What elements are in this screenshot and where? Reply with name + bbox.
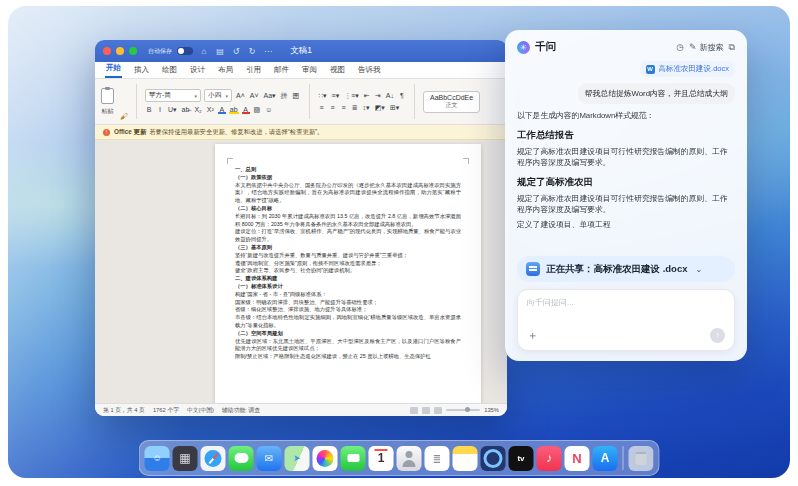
视图[interactable]: 视图 [329,63,346,78]
shrink-font-button[interactable]: A˅ [249,91,260,100]
notes-icon[interactable] [453,446,478,471]
justify-button[interactable]: ≣ [351,103,359,112]
print-layout-view-icon[interactable] [410,407,418,414]
sort-button[interactable]: A↓ [385,91,395,100]
history-icon[interactable]: ◷ [676,42,684,52]
facetime-icon[interactable] [341,446,366,471]
font-size-select[interactable]: 小四▾ [204,89,232,102]
document-line: 限制/禁止区域：严格限制生态退化区域建设，禁止在 25 度以上坡耕地、生态保护红 [235,353,461,361]
document-line: （三）基本原则 [235,244,461,252]
布局[interactable]: 布局 [217,63,234,78]
redo-icon[interactable]: ↻ [246,47,258,56]
subscript-button[interactable]: X₂ [193,105,202,114]
web-layout-view-icon[interactable] [422,407,430,414]
font-color-button[interactable]: A [242,105,250,114]
document-line: 二、建设体系构建 [235,275,461,283]
zoom-slider[interactable] [446,409,480,411]
superscript-button[interactable]: X² [206,105,215,114]
decrease-indent-button[interactable]: ⇤ [363,91,371,100]
邮件[interactable]: 邮件 [273,63,290,78]
char-shading-button[interactable]: ▨ [253,105,262,114]
bold-button[interactable]: B [145,105,153,114]
crop-mark [227,158,233,164]
messages-icon[interactable] [229,446,254,471]
underline-button[interactable]: U▾ [167,105,178,114]
font-name-select[interactable]: 苹方-简▾ [145,89,201,102]
enclose-characters-button[interactable]: 囲 [292,91,301,100]
status-item[interactable]: 1762 个字 [153,406,179,415]
document-canvas[interactable]: 一、总则（一）政策依据本文档依据中共中央办公厅、国务院办公厅印发的《逐步把永久基… [95,140,507,403]
chat-input-placeholder[interactable]: 向千问提问... [527,297,725,308]
close-window-button[interactable] [103,47,111,55]
save-icon[interactable]: ▤ [214,47,226,56]
paste-icon[interactable] [101,88,114,104]
highlight-color-button[interactable]: ab [229,105,239,114]
strikethrough-button[interactable]: ab̶ [181,105,191,114]
finder-icon[interactable]: ☺ [145,446,170,471]
设计[interactable]: 设计 [189,63,206,78]
开始[interactable]: 开始 [105,61,122,78]
maps-icon[interactable]: ➤ [285,446,310,471]
music-icon[interactable]: ♪ [537,446,562,471]
attach-button[interactable]: ＋ [527,328,538,343]
borders-button[interactable]: ⊞▾ [389,103,400,112]
photo-booth-icon[interactable] [481,446,506,471]
increase-indent-button[interactable]: ⇥ [374,91,382,100]
document-page[interactable]: 一、总则（一）政策依据本文档依据中共中央办公厅、国务院办公厅印发的《逐步把永久基… [215,144,481,403]
format-painter-icon[interactable]: 🖌 [120,112,128,121]
minimize-window-button[interactable] [116,47,124,55]
phonetic-guide-button[interactable]: 拼 [280,91,289,100]
align-right-button[interactable]: ≡ [340,103,348,112]
status-item[interactable]: 中文(中国) [187,406,214,415]
word-titlebar[interactable]: 自动保存 ⌂▤↺↻⋯ 文稿1 [95,40,507,62]
more-icon[interactable]: ⋯ [262,47,274,56]
line-spacing-button[interactable]: ↕▾ [362,103,371,112]
attached-file-chip[interactable]: W 高标准农田建设.docx [640,61,735,77]
chevron-down-icon[interactable]: ⌄ [695,265,702,274]
mail-icon[interactable]: ✉ [257,446,282,471]
status-item[interactable]: 辅助功能: 调查 [222,406,260,415]
send-button[interactable]: ↑ [710,328,725,343]
绘图[interactable]: 绘图 [161,63,178,78]
插入[interactable]: 插入 [133,63,150,78]
safari-icon[interactable] [201,446,226,471]
emoji-button[interactable]: ☺ [264,105,273,114]
text-effects-button[interactable]: A [218,105,226,114]
autosave-toggle[interactable] [177,47,193,55]
align-left-button[interactable]: ≡ [318,103,326,112]
reminders-icon[interactable]: ≣ [425,446,450,471]
paragraph-marks-button[interactable]: ¶ [398,91,406,100]
office-update-banner[interactable]: ! Office 更新若要保持使用最新安全更新、修复和改进，请选择“检查更新”。 [95,125,507,140]
告诉我[interactable]: 告诉我 [357,63,382,78]
focus-view-icon[interactable] [434,407,442,414]
trash-icon[interactable] [629,446,654,471]
align-center-button[interactable]: ≡ [329,103,337,112]
photos-icon[interactable] [313,446,338,471]
chat-input-card[interactable]: 向千问提问... ＋ ↑ [517,289,735,351]
italic-button[interactable]: I [156,105,164,114]
calendar-icon[interactable]: 1 [369,446,394,471]
contacts-icon[interactable] [397,446,422,471]
zoom-window-button[interactable] [129,47,137,55]
change-case-button[interactable]: Aa▾ [263,91,277,100]
grow-font-button[interactable]: A˄ [235,91,246,100]
审阅[interactable]: 审阅 [301,63,318,78]
multilevel-list-button[interactable]: ⋮≡▾ [343,91,360,100]
style-gallery[interactable]: AaBbCcDdEe 正文 [423,91,480,113]
undo-icon[interactable]: ↺ [230,47,242,56]
app-store-icon[interactable]: A [593,446,618,471]
apple-tv-icon[interactable]: tv [509,446,534,471]
chat-area[interactable]: W 高标准农田建设.docx 帮我总结提炼Word内容，并且总结成大纲 以下是生… [517,61,735,249]
launchpad-icon[interactable]: ▦ [173,446,198,471]
home-icon[interactable]: ⌂ [198,47,210,56]
引用[interactable]: 引用 [245,63,262,78]
new-search-button[interactable]: ✎ 新搜索 [689,42,724,53]
expand-icon[interactable]: ⧉ [729,42,735,53]
status-item[interactable]: 第 1 页，共 4 页 [103,406,145,415]
zoom-level[interactable]: 135% [484,407,499,413]
news-icon[interactable]: N [565,446,590,471]
shading-button[interactable]: ◩▾ [374,103,386,112]
number-list-button[interactable]: ≡▾ [331,91,341,100]
bullet-list-button[interactable]: ∷▾ [318,91,328,100]
sharing-status-bar[interactable]: 正在共享：高标准农田建设 .docx ⌄ [517,256,735,282]
